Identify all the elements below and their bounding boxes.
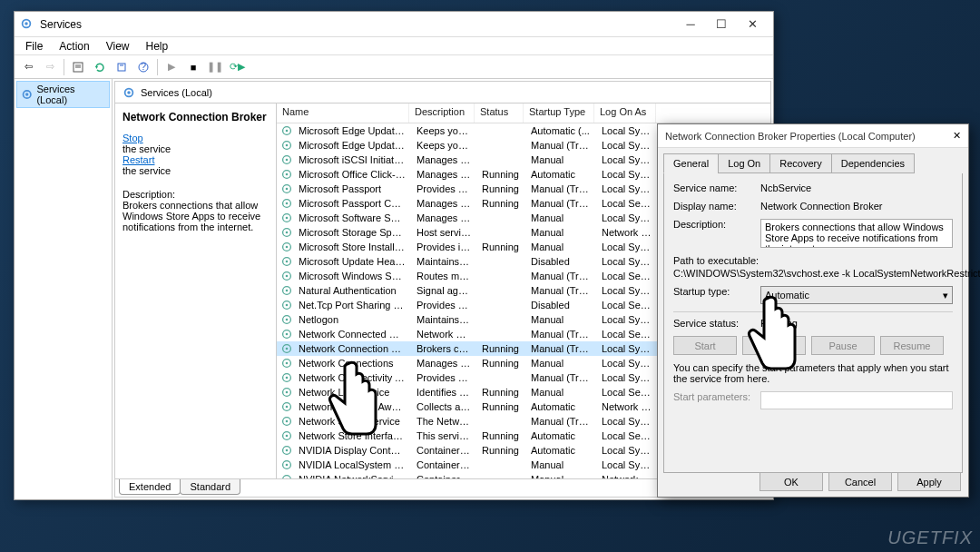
svg-point-55 bbox=[286, 420, 289, 423]
service-logon: Local Syste... bbox=[596, 212, 658, 223]
service-gear-icon bbox=[280, 371, 293, 384]
tab-extended[interactable]: Extended bbox=[119, 479, 181, 495]
tab-dependencies[interactable]: Dependencies bbox=[831, 153, 915, 173]
service-desc: Manages o... bbox=[411, 358, 476, 369]
service-gear-icon bbox=[280, 299, 293, 311]
col-status[interactable]: Status bbox=[475, 104, 524, 123]
refresh-button[interactable] bbox=[90, 57, 110, 77]
display-name-value: Network Connection Broker bbox=[760, 201, 953, 212]
tab-logon[interactable]: Log On bbox=[718, 153, 770, 173]
svg-point-39 bbox=[286, 304, 289, 307]
stop-service-button[interactable]: ■ bbox=[183, 57, 203, 77]
cancel-button[interactable]: Cancel bbox=[828, 472, 892, 491]
stop-button[interactable]: Stop bbox=[742, 336, 806, 355]
svg-point-23 bbox=[286, 188, 289, 191]
service-logon: Local Service bbox=[596, 430, 658, 441]
props-titlebar[interactable]: Network Connection Broker Properties (Lo… bbox=[658, 124, 968, 148]
titlebar[interactable]: Services ─ ☐ ✕ bbox=[15, 12, 773, 37]
service-desc: Collects an... bbox=[411, 401, 476, 412]
service-startup: Automatic bbox=[525, 169, 596, 180]
service-logon: Network S... bbox=[596, 227, 658, 238]
service-desc: Host service... bbox=[411, 227, 476, 238]
help-button[interactable]: ? bbox=[133, 57, 153, 77]
col-startup[interactable]: Startup Type bbox=[524, 104, 594, 123]
service-gear-icon bbox=[280, 241, 293, 253]
service-logon: Local Syste... bbox=[596, 183, 658, 194]
service-startup: Manual bbox=[525, 227, 596, 238]
start-params-hint: You can specify the start parameters tha… bbox=[673, 362, 953, 384]
pause-button[interactable]: Pause bbox=[811, 336, 875, 355]
forward-button[interactable]: ⇨ bbox=[40, 57, 60, 77]
service-status: Running bbox=[476, 358, 525, 369]
props-close-button[interactable]: ✕ bbox=[953, 130, 961, 142]
service-startup: Manual (Trig... bbox=[525, 285, 596, 296]
apply-button[interactable]: Apply bbox=[897, 472, 961, 491]
service-name: Microsoft Software Shadow... bbox=[293, 212, 411, 223]
svg-marker-5 bbox=[95, 66, 98, 69]
service-startup: Manual bbox=[525, 212, 596, 223]
svg-point-21 bbox=[286, 173, 289, 176]
menu-action[interactable]: Action bbox=[52, 38, 96, 54]
service-gear-icon bbox=[280, 153, 293, 166]
start-params-label: Start parameters: bbox=[673, 391, 760, 402]
properties-button[interactable] bbox=[68, 57, 88, 77]
menu-file[interactable]: File bbox=[18, 38, 50, 54]
service-name: Network Connection Broker bbox=[293, 343, 411, 354]
svg-point-41 bbox=[286, 319, 289, 321]
svg-point-45 bbox=[286, 348, 289, 350]
svg-point-57 bbox=[286, 435, 289, 438]
maximize-button[interactable]: ☐ bbox=[706, 15, 737, 34]
service-gear-icon bbox=[280, 342, 293, 355]
col-logon[interactable]: Log On As bbox=[594, 104, 656, 123]
detail-description-text: Brokers connections that allow Windows S… bbox=[122, 200, 269, 232]
restart-service-button[interactable]: ⟳▶ bbox=[227, 57, 247, 77]
tab-standard[interactable]: Standard bbox=[180, 479, 240, 495]
service-desc: Provides inf... bbox=[411, 242, 476, 252]
service-name: Microsoft Windows SMS Ro... bbox=[293, 271, 411, 281]
service-gear-icon bbox=[280, 139, 293, 152]
display-name-label: Display name: bbox=[673, 201, 760, 212]
col-description[interactable]: Description bbox=[409, 104, 475, 123]
service-name: Microsoft Store Install Service bbox=[293, 242, 411, 252]
svg-point-29 bbox=[286, 232, 289, 234]
col-name[interactable]: Name bbox=[277, 104, 409, 123]
startup-type-select[interactable]: Automatic▾ bbox=[760, 286, 953, 304]
service-desc: Manages re... bbox=[411, 169, 476, 180]
service-name: Microsoft Edge Update Serv... bbox=[293, 140, 411, 151]
service-desc: Provides Dir... bbox=[411, 372, 476, 383]
resume-button[interactable]: Resume bbox=[880, 336, 944, 355]
description-label: Description: bbox=[673, 219, 760, 230]
service-status: Running bbox=[476, 183, 525, 194]
service-name: Microsoft Storage Spaces S... bbox=[293, 227, 411, 238]
service-desc: Provides abi... bbox=[411, 300, 476, 310]
svg-point-19 bbox=[286, 159, 289, 162]
service-name-label: Service name: bbox=[673, 182, 760, 193]
service-desc: Maintains a ... bbox=[411, 314, 476, 325]
back-button[interactable]: ⇦ bbox=[18, 57, 38, 77]
service-logon: Local Service bbox=[596, 198, 658, 209]
menu-help[interactable]: Help bbox=[139, 38, 176, 54]
service-desc: Network Co... bbox=[411, 329, 476, 340]
service-logon: Local Service bbox=[596, 300, 658, 310]
props-title: Network Connection Broker Properties (Lo… bbox=[665, 131, 953, 142]
tab-general[interactable]: General bbox=[663, 153, 719, 173]
stop-link[interactable]: Stop bbox=[122, 133, 269, 143]
service-gear-icon bbox=[280, 386, 293, 399]
service-gear-icon bbox=[280, 197, 293, 210]
export-button[interactable] bbox=[112, 57, 132, 77]
menubar: File Action View Help bbox=[15, 37, 773, 55]
tree-node-services-local[interactable]: Services (Local) bbox=[16, 81, 110, 108]
close-button[interactable]: ✕ bbox=[737, 15, 768, 34]
service-desc: This service ... bbox=[411, 430, 476, 441]
service-logon: Local Syste... bbox=[596, 125, 658, 136]
service-gear-icon bbox=[280, 328, 293, 340]
menu-view[interactable]: View bbox=[99, 38, 137, 54]
ok-button[interactable]: OK bbox=[760, 472, 823, 491]
restart-link[interactable]: Restart bbox=[122, 154, 269, 165]
minimize-button[interactable]: ─ bbox=[675, 15, 706, 34]
service-logon: Local Service bbox=[596, 387, 658, 398]
pause-service-button[interactable]: ❚❚ bbox=[205, 57, 225, 77]
start-button[interactable]: Start bbox=[673, 336, 737, 355]
tab-recovery[interactable]: Recovery bbox=[769, 153, 831, 173]
start-service-button[interactable]: ▶ bbox=[162, 57, 181, 77]
